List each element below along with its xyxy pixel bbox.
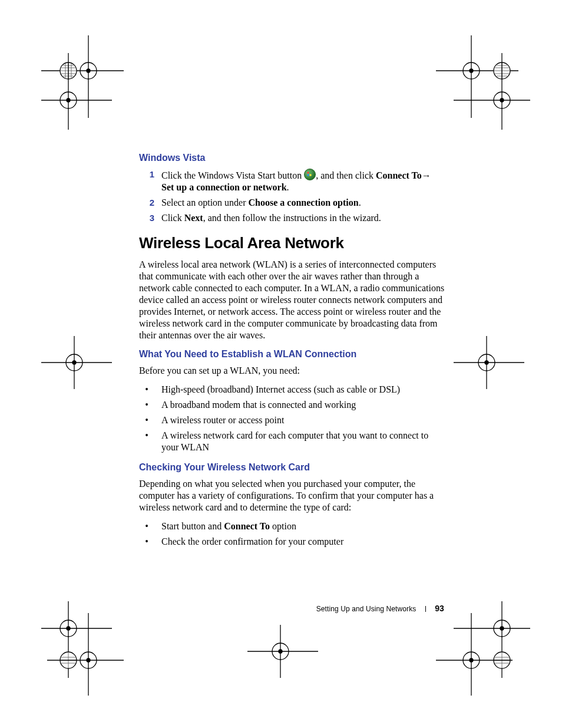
footer-separator-icon	[425, 606, 426, 612]
bold-text: Connect To	[224, 521, 270, 531]
text: option	[270, 521, 296, 531]
footer-chapter: Setting Up and Using Networks	[316, 605, 416, 613]
svg-point-19	[463, 62, 480, 79]
svg-point-35	[72, 361, 76, 364]
bullet-icon: •	[139, 521, 154, 532]
svg-point-56	[279, 650, 282, 653]
crop-mark-icon	[436, 601, 530, 696]
svg-point-51	[80, 652, 97, 668]
svg-point-30	[494, 92, 510, 108]
step-body: Click Next, and then follow the instruct…	[161, 212, 445, 224]
text: Click	[161, 213, 184, 223]
svg-point-69	[470, 658, 473, 662]
svg-point-21	[494, 62, 510, 79]
step-1: 1 Click the Windows Vista Start button ,…	[139, 169, 445, 193]
svg-point-42	[60, 620, 77, 637]
page-body: Windows Vista 1 Click the Windows Vista …	[139, 152, 445, 556]
text: .	[287, 182, 289, 192]
text: Check the order confirmation for your co…	[161, 536, 445, 548]
heading-what-you-need: What You Need to Establish a WLAN Connec…	[139, 348, 445, 360]
text: A wireless router or access point	[161, 414, 445, 426]
list-item: •A broadband modem that is connected and…	[139, 399, 445, 411]
svg-point-61	[494, 652, 510, 668]
text: Start button and Connect To option	[161, 521, 445, 532]
step-number: 2	[139, 197, 154, 209]
bold-text: Set up a connection or network	[161, 182, 287, 192]
svg-point-16	[67, 98, 70, 102]
heading-checking-card: Checking Your Wireless Network Card	[139, 462, 445, 473]
step-number: 3	[139, 212, 154, 224]
svg-point-31	[500, 98, 504, 102]
list-item: •Start button and Connect To option	[139, 521, 445, 532]
footer-page-number: 93	[435, 604, 444, 613]
bullet-icon: •	[139, 430, 154, 453]
list-item: •Check the order confirmation for your c…	[139, 536, 445, 548]
text: Select an option under	[161, 197, 249, 207]
text: , and then follow the instructions in th…	[203, 213, 381, 223]
svg-point-55	[272, 643, 289, 660]
checking-list: •Start button and Connect To option •Che…	[139, 521, 445, 548]
heading-wlan: Wireless Local Area Network	[139, 233, 445, 253]
bullet-icon: •	[139, 536, 154, 548]
step-3: 3 Click Next, and then follow the instru…	[139, 212, 445, 224]
text: A wireless network card for each compute…	[161, 430, 445, 453]
svg-point-4	[60, 62, 77, 79]
svg-point-59	[494, 620, 510, 637]
text: , and then click	[316, 170, 376, 180]
paragraph-checking-intro: Depending on what you selected when you …	[139, 478, 445, 513]
svg-point-20	[470, 69, 473, 73]
crop-mark-icon	[41, 336, 112, 389]
list-item: •A wireless network card for each comput…	[139, 430, 445, 453]
list-item: •High-speed (broadband) Internet access …	[139, 384, 445, 396]
bullet-icon: •	[139, 399, 154, 411]
text: Start button and	[161, 521, 224, 531]
page-footer: Setting Up and Using Networks 93	[316, 604, 444, 613]
crop-mark-icon	[454, 336, 524, 389]
list-item: •A wireless router or access point	[139, 414, 445, 426]
windows-start-icon	[304, 169, 316, 180]
bullet-icon: •	[139, 414, 154, 426]
crop-mark-icon	[247, 625, 318, 678]
need-list: •High-speed (broadband) Internet access …	[139, 384, 445, 453]
svg-point-38	[478, 354, 495, 371]
text: Check the order confirmation for your co…	[161, 536, 343, 546]
text: A broadband modem that is connected and …	[161, 399, 445, 411]
crop-mark-icon	[436, 35, 530, 130]
step-number: 1	[139, 169, 154, 193]
heading-windows-vista: Windows Vista	[139, 152, 445, 164]
svg-point-43	[67, 627, 70, 630]
crop-mark-icon	[41, 601, 124, 696]
svg-point-34	[66, 354, 82, 371]
step-body: Click the Windows Vista Start button , a…	[161, 169, 445, 193]
svg-point-15	[60, 92, 77, 108]
paragraph-wlan-intro: A wireless local area network (WLAN) is …	[139, 259, 445, 341]
steps-list: 1 Click the Windows Vista Start button ,…	[139, 169, 445, 224]
svg-point-44	[60, 652, 77, 668]
text: .	[359, 197, 361, 207]
bold-text: Connect To	[376, 170, 422, 180]
svg-point-3	[87, 69, 90, 73]
svg-point-39	[485, 361, 488, 364]
bold-text: Next	[184, 213, 203, 223]
bold-text: Choose a connection option	[249, 197, 359, 207]
step-2: 2 Select an option under Choose a connec…	[139, 197, 445, 209]
svg-point-68	[463, 652, 480, 668]
crop-mark-icon	[41, 35, 124, 130]
svg-point-60	[500, 627, 504, 630]
arrow-icon: →	[422, 170, 431, 180]
text: High-speed (broadband) Internet access (…	[161, 384, 445, 396]
paragraph-need-intro: Before you can set up a WLAN, you need:	[139, 365, 445, 377]
svg-point-52	[87, 658, 90, 662]
step-body: Select an option under Choose a connecti…	[161, 197, 445, 209]
bullet-icon: •	[139, 384, 154, 396]
svg-point-2	[80, 62, 97, 79]
text: Click the Windows Vista Start button	[161, 170, 304, 180]
